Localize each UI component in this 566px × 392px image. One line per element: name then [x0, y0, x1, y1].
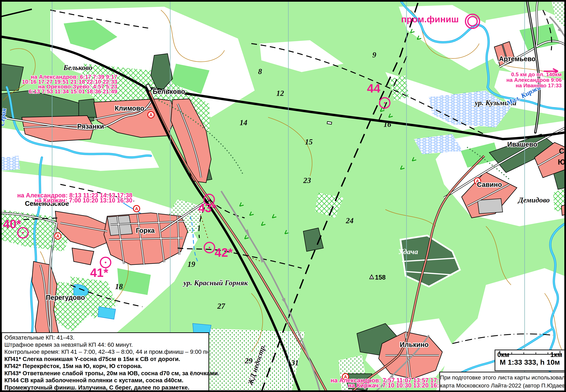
- locality-label: Удача: [398, 248, 418, 256]
- forest-quarter-number: 16: [384, 120, 391, 128]
- legend-line: КП43* Ответвление слабой тропы, 20м на Ю…: [4, 370, 206, 377]
- legend-line: Штрафное время за невзятый КП 44: 60 мин…: [4, 341, 206, 349]
- bus-stop-icon: А: [55, 233, 61, 239]
- checkpoint-label: 42*: [215, 246, 233, 259]
- checkpoint-dot: [22, 232, 24, 234]
- timetable-line: на Киржач: 7:10 10:30 13:20 16:40: [348, 382, 446, 389]
- legend-line: КП41* Слегка поникшая Y-сосна d75см в 15…: [4, 355, 206, 363]
- forest-quarter-number: 27: [217, 302, 225, 310]
- attribution-line: При подготовке этого листа карты использ…: [440, 373, 564, 381]
- bus-stop-icon: А: [148, 112, 154, 118]
- legend-line: Контрольное время: КП 41 – 7:00, 42–43 –…: [4, 348, 206, 355]
- village-label: Рязанки: [77, 123, 104, 130]
- forest-quarter-number: 23: [303, 176, 311, 185]
- legend-line: Обязательные КП: 41–43.: [4, 334, 206, 341]
- bus-stop-letter: А: [56, 234, 59, 239]
- forest-quarter-number: 8: [258, 67, 262, 76]
- checkpoint-dot: [384, 102, 386, 104]
- village-label: Артемьево: [499, 55, 536, 63]
- map-page: А А А А А 158 С Ю КлимовоРязанкиБельково…: [0, 0, 566, 392]
- village-label: Бельково: [153, 88, 185, 95]
- scale-bar: [495, 350, 564, 355]
- checkpoint-label: 43*: [198, 201, 216, 215]
- forest-quarter-number: 18: [115, 282, 123, 291]
- checkpoint-dot: [209, 247, 210, 248]
- forest-quarter-number: 29: [245, 356, 252, 365]
- spot-height-label: 158: [375, 274, 386, 281]
- checkpoint-label: 40*: [3, 217, 21, 231]
- course-legend-panel: Обязательные КП: 41–43.Штрафное время за…: [1, 332, 209, 391]
- locality-label: ур. Красный Горняк: [183, 279, 248, 287]
- checkpoint-dot: [208, 199, 210, 200]
- locality-label: Демидово: [518, 196, 550, 204]
- legend-line: КП42* Перекрёсток, 15м на Ю, корч, Ю сто…: [4, 363, 206, 370]
- attribution-lines: При подготовке этого листа карты использ…: [440, 373, 564, 390]
- forest-quarter-number: 12: [276, 89, 284, 98]
- timetable-line: 0.5 км до пл. 140км: [511, 71, 562, 77]
- scale-ratio-label: М 1:33 333, h 10м: [495, 358, 564, 366]
- bus-stop-icon: А: [133, 206, 140, 212]
- legend-line: КП44 СВ край заболоченной полянки с куст…: [4, 377, 206, 384]
- timetable-line: на Иваново 17:33: [516, 83, 562, 88]
- south-indicator: Ю: [558, 158, 565, 166]
- scale-panel: 0км 1км М 1:33 333, h 10м: [495, 350, 565, 371]
- checkpoint-label: 41*: [90, 266, 108, 279]
- village-label: Климово: [115, 105, 144, 112]
- forest-quarter-number: 15: [305, 138, 313, 146]
- checkpoint-dot: [105, 262, 106, 263]
- village-label: Савино: [477, 181, 502, 188]
- timetable-line: на Александров 9:06: [506, 77, 562, 83]
- legend-lines: Обязательные КП: 41–43.Штрафное время за…: [4, 334, 206, 391]
- legend-line: Промежуточный финиш. Излучина, С берег, …: [4, 384, 206, 391]
- timetable-line: 6:13 7:53 11:34 15:01 18:36 21:49: [29, 88, 117, 95]
- forest-quarter-number: 24: [346, 216, 354, 225]
- forest-quarter-number: 31: [291, 359, 299, 367]
- prom-finish-label: пром.финиш: [401, 14, 459, 24]
- village-label: Горка: [136, 227, 155, 234]
- forest-quarter-number: 14: [240, 118, 247, 127]
- bus-stop-letter: А: [135, 206, 138, 211]
- attribution-line: карта Московского Лайта-2022 (автор П.Юд…: [440, 381, 564, 390]
- village-label: Ивашево: [507, 140, 537, 148]
- forest-quarter-number: 19: [188, 260, 195, 268]
- timetable-line: на Киржач: 7:00 10:20 13:10 16:30: [35, 197, 132, 204]
- north-indicator: С: [559, 147, 564, 155]
- bus-stop-letter: А: [149, 112, 153, 117]
- locality-label: Бельково: [63, 64, 93, 72]
- attribution-panel: При подготовке этого листа карты использ…: [439, 372, 565, 391]
- village-label: Перегудово: [46, 294, 85, 301]
- forest-quarter-number: 9: [373, 51, 376, 59]
- checkpoint-label: 44: [367, 82, 380, 95]
- village-label: Илькино: [400, 341, 428, 348]
